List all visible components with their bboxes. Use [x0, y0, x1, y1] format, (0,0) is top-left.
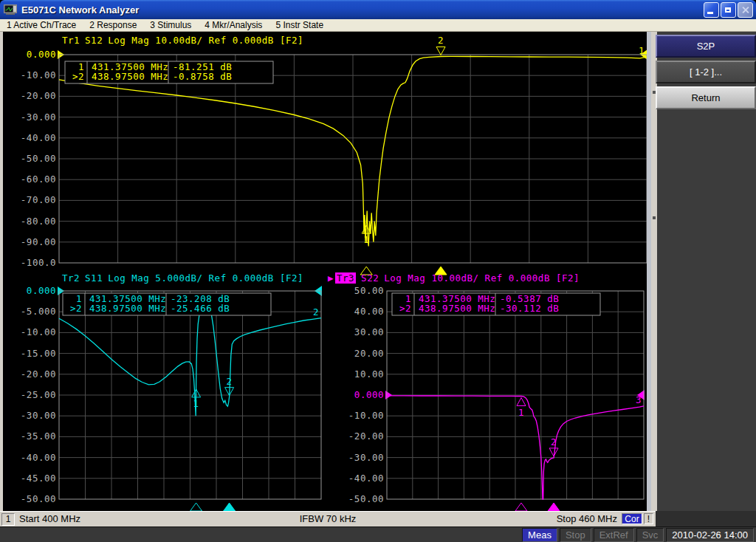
y-tick-label: -35.00	[21, 430, 56, 442]
softkey-button-return[interactable]: Return	[656, 86, 756, 109]
y-tick-label: 0.000	[354, 389, 384, 400]
y-tick-label: -40.00	[348, 473, 384, 484]
trace-end-label: 3	[636, 394, 642, 405]
minimize-button[interactable]	[704, 2, 719, 18]
y-tick-label: -15.00	[21, 348, 56, 359]
trace-end-label: 1	[639, 45, 645, 56]
marker-value: -0.8758 dB	[173, 71, 232, 82]
marker-axis-indicator-icon	[515, 503, 527, 511]
y-tick-label: -80.00	[21, 216, 56, 227]
y-tick-label: -40.00	[21, 132, 56, 143]
trace1-name: Tr1	[62, 35, 80, 46]
marker-axis-indicator-icon	[224, 503, 236, 511]
status-bar: 1 Start 400 MHz IFBW 70 kHz Stop 460 MHz…	[0, 511, 656, 526]
y-tick-label: -20.00	[21, 368, 56, 380]
start-frequency-label: Start 400 MHz	[19, 513, 80, 524]
marker-number: >2	[399, 303, 411, 314]
y-tick-label: 20.00	[354, 348, 384, 359]
y-tick-label: -60.00	[21, 174, 56, 185]
meas-status-badge: Meas	[522, 528, 557, 542]
marker-frequency: 438.97500 MHz	[89, 303, 166, 314]
window-title: E5071C Network Analyzer	[21, 4, 139, 16]
marker-id-label: 1	[193, 398, 199, 409]
chart-tr2: 0.000-5.000-10.00-15.00-20.00-25.00-30.0…	[21, 285, 322, 511]
softkey-sidebar: S2P [ 1-2 ]... Return	[651, 32, 756, 511]
marker-number: >2	[72, 71, 84, 82]
trace3-header[interactable]: ▶Tr3S22Log Mag 10.00dB/ Ref 0.000dB [F2]	[328, 272, 585, 284]
y-tick-label: 0.000	[27, 49, 56, 60]
trace2-name: Tr2	[62, 272, 80, 284]
status-bar-filler	[656, 511, 756, 526]
ifbw-label: IFBW 70 kHz	[300, 513, 357, 524]
trace2-header[interactable]: Tr2S11Log Mag 5.000dB/ Ref 0.000dB [F2]	[62, 272, 309, 284]
softkey-button-1-2[interactable]: [ 1-2 ]...	[656, 61, 756, 83]
marker-id-label: 1	[518, 407, 524, 418]
y-tick-label: -40.00	[21, 452, 56, 463]
y-tick-label: -25.00	[21, 389, 56, 400]
correction-badge: Cor	[622, 513, 642, 524]
trace1-scale: Log Mag 10.00dB/ Ref 0.000dB [F2]	[108, 35, 303, 46]
trace-end-label: 2	[313, 306, 319, 318]
trace3-scale: Log Mag 10.00dB/ Ref 0.000dB [F2]	[384, 272, 580, 284]
y-tick-label: -5.000	[21, 306, 56, 317]
marker-number: >2	[70, 303, 82, 314]
y-tick-label: 30.00	[354, 326, 384, 337]
menu-item-response[interactable]: 2 Response	[83, 20, 143, 30]
restore-button[interactable]	[721, 2, 736, 18]
trace2-param: S11	[85, 272, 103, 284]
y-tick-label: -50.00	[348, 493, 384, 504]
instrument-window: { "window": { "title": "E5071C Network A…	[0, 0, 756, 542]
system-bar: Meas Stop ExtRef Svc 2010-02-26 14:00	[0, 526, 756, 542]
active-trace-arrow-icon: ▶	[328, 272, 334, 284]
trace2-scale: Log Mag 5.000dB/ Ref 0.000dB [F2]	[108, 272, 303, 284]
app-icon	[4, 4, 17, 16]
minimize-icon	[707, 12, 713, 14]
svc-badge: Svc	[636, 528, 664, 542]
trace3-name: Tr3	[335, 272, 356, 284]
y-tick-label: -70.00	[21, 194, 56, 205]
restore-icon	[725, 7, 731, 13]
trace1-header[interactable]: Tr1S12Log Mag 10.00dB/ Ref 0.000dB [F2]	[62, 35, 309, 46]
close-button[interactable]	[738, 2, 753, 18]
y-tick-label: -10.00	[21, 69, 56, 80]
y-tick-label: 10.00	[354, 368, 384, 380]
menu-bar: 1 Active Ch/Trace 2 Response 3 Stimulus …	[0, 19, 756, 32]
chart-tr3: 50.0040.0030.0020.0010.000.000-10.00-20.…	[348, 285, 645, 511]
y-tick-label: -100.0	[21, 257, 56, 268]
trace3-param: S22	[361, 272, 379, 284]
extref-badge: ExtRef	[594, 528, 634, 542]
y-tick-label: -50.00	[21, 153, 56, 164]
y-tick-label: -30.00	[348, 452, 384, 463]
trace1-param: S12	[85, 35, 103, 46]
marker-axis-indicator-icon	[548, 503, 560, 511]
y-tick-label: -90.00	[21, 236, 56, 247]
title-bar: E5071C Network Analyzer	[0, 0, 756, 19]
y-tick-label: 50.00	[354, 285, 384, 296]
y-tick-label: -45.00	[21, 473, 56, 484]
menu-item-active-ch-trace[interactable]: 1 Active Ch/Trace	[0, 20, 83, 30]
menu-item-stimulus[interactable]: 3 Stimulus	[143, 20, 198, 30]
y-tick-label: -30.00	[21, 410, 56, 421]
marker-id-label: 1	[363, 234, 369, 245]
y-tick-label: 40.00	[354, 306, 384, 317]
datetime-display: 2010-02-26 14:00	[666, 528, 754, 542]
ref-level-arrow-icon	[385, 391, 392, 399]
y-tick-label: 0.000	[27, 285, 56, 296]
y-tick-label: -10.00	[348, 410, 384, 421]
menu-item-mkr-analysis[interactable]: 4 Mkr/Analysis	[198, 20, 269, 30]
marker-id-label: 2	[438, 35, 444, 46]
marker-id-label: 2	[551, 436, 557, 447]
y-tick-label: -30.00	[21, 112, 56, 123]
alert-badge: !	[644, 513, 653, 524]
marker-frequency: 438.97500 MHz	[92, 71, 168, 82]
chart-tr1: 0.000-10.00-20.00-30.00-40.00-50.00-60.0…	[21, 35, 647, 275]
measurement-charts: 0.000-10.00-20.00-30.00-40.00-50.00-60.0…	[0, 32, 651, 511]
channel-indicator: 1	[1, 513, 15, 526]
stop-frequency-label: Stop 460 MHz	[557, 513, 617, 524]
marker-triangle-icon	[436, 47, 445, 55]
y-tick-label: -20.00	[348, 430, 384, 442]
softkey-menu-title: S2P	[656, 35, 756, 58]
marker-value: -30.112 dB	[500, 303, 559, 314]
menu-item-instr-state[interactable]: 5 Instr State	[269, 20, 330, 30]
marker-axis-indicator-icon	[190, 503, 202, 511]
